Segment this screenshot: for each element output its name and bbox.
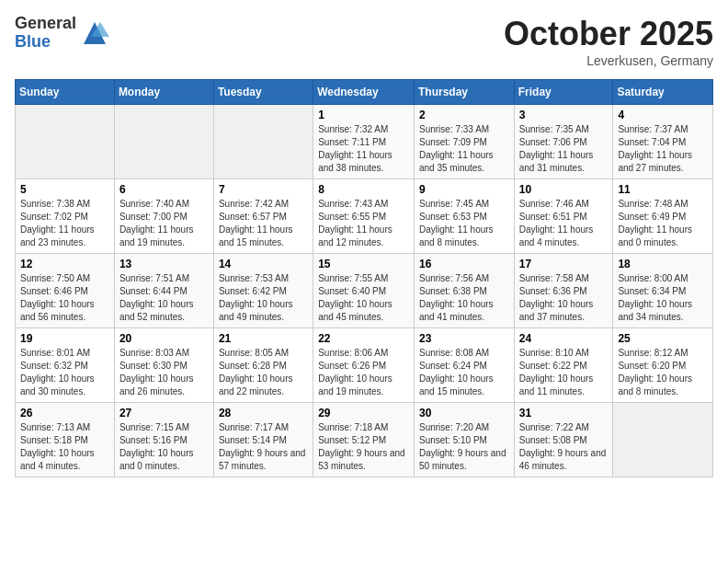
- day-cell: 18Sunrise: 8:00 AM Sunset: 6:34 PM Dayli…: [613, 254, 713, 328]
- day-info: Sunrise: 7:53 AM Sunset: 6:42 PM Dayligh…: [219, 272, 308, 324]
- day-number: 30: [419, 407, 509, 419]
- day-info: Sunrise: 7:56 AM Sunset: 6:38 PM Dayligh…: [419, 272, 509, 324]
- header-cell-sunday: Sunday: [16, 80, 115, 105]
- day-number: 12: [20, 258, 109, 270]
- day-cell: 6Sunrise: 7:40 AM Sunset: 7:00 PM Daylig…: [114, 179, 213, 254]
- day-info: Sunrise: 7:43 AM Sunset: 6:55 PM Dayligh…: [318, 198, 409, 249]
- day-info: Sunrise: 7:48 AM Sunset: 6:49 PM Dayligh…: [618, 198, 708, 249]
- calendar-subtitle: Leverkusen, Germany: [504, 53, 713, 68]
- day-cell: 4Sunrise: 7:37 AM Sunset: 7:04 PM Daylig…: [613, 105, 713, 179]
- day-number: 13: [119, 258, 209, 270]
- day-cell: 26Sunrise: 7:13 AM Sunset: 5:18 PM Dayli…: [16, 403, 115, 477]
- day-number: 8: [318, 183, 409, 196]
- day-cell: 11Sunrise: 7:48 AM Sunset: 6:49 PM Dayli…: [613, 179, 713, 254]
- day-info: Sunrise: 7:45 AM Sunset: 6:53 PM Dayligh…: [419, 198, 509, 249]
- day-cell: 30Sunrise: 7:20 AM Sunset: 5:10 PM Dayli…: [414, 403, 514, 477]
- page-header: General Blue October 2025 Leverkusen, Ge…: [15, 15, 713, 68]
- day-number: 22: [318, 332, 409, 345]
- week-row-3: 12Sunrise: 7:50 AM Sunset: 6:46 PM Dayli…: [16, 254, 713, 328]
- day-info: Sunrise: 8:06 AM Sunset: 6:26 PM Dayligh…: [318, 347, 409, 398]
- day-info: Sunrise: 7:32 AM Sunset: 7:11 PM Dayligh…: [318, 123, 409, 175]
- header-cell-wednesday: Wednesday: [313, 80, 415, 105]
- day-number: 17: [519, 258, 609, 270]
- day-cell: 5Sunrise: 7:38 AM Sunset: 7:02 PM Daylig…: [16, 179, 115, 254]
- day-number: 27: [119, 407, 209, 419]
- day-info: Sunrise: 7:46 AM Sunset: 6:51 PM Dayligh…: [519, 198, 609, 249]
- day-info: Sunrise: 7:20 AM Sunset: 5:10 PM Dayligh…: [419, 421, 509, 473]
- day-number: 20: [119, 332, 209, 345]
- day-number: 23: [419, 332, 509, 345]
- day-number: 16: [419, 258, 509, 270]
- logo-blue-text: Blue: [15, 33, 76, 52]
- day-cell: 23Sunrise: 8:08 AM Sunset: 6:24 PM Dayli…: [414, 328, 514, 403]
- day-cell: 2Sunrise: 7:33 AM Sunset: 7:09 PM Daylig…: [414, 105, 514, 179]
- calendar-table: SundayMondayTuesdayWednesdayThursdayFrid…: [15, 79, 713, 477]
- day-number: 7: [219, 183, 308, 196]
- day-info: Sunrise: 7:17 AM Sunset: 5:14 PM Dayligh…: [219, 421, 308, 473]
- day-cell: 25Sunrise: 8:12 AM Sunset: 6:20 PM Dayli…: [613, 328, 713, 403]
- day-number: 15: [318, 258, 409, 270]
- day-info: Sunrise: 7:22 AM Sunset: 5:08 PM Dayligh…: [519, 421, 609, 473]
- day-info: Sunrise: 7:38 AM Sunset: 7:02 PM Dayligh…: [20, 198, 109, 249]
- day-cell: 3Sunrise: 7:35 AM Sunset: 7:06 PM Daylig…: [514, 105, 613, 179]
- day-info: Sunrise: 8:08 AM Sunset: 6:24 PM Dayligh…: [419, 347, 509, 398]
- header-cell-monday: Monday: [114, 80, 213, 105]
- day-info: Sunrise: 7:40 AM Sunset: 7:00 PM Dayligh…: [119, 198, 209, 249]
- day-number: 26: [20, 407, 109, 419]
- day-number: 3: [519, 109, 609, 121]
- day-cell: 14Sunrise: 7:53 AM Sunset: 6:42 PM Dayli…: [213, 254, 313, 328]
- day-cell: 12Sunrise: 7:50 AM Sunset: 6:46 PM Dayli…: [16, 254, 115, 328]
- day-info: Sunrise: 7:50 AM Sunset: 6:46 PM Dayligh…: [20, 272, 109, 324]
- day-cell: 20Sunrise: 8:03 AM Sunset: 6:30 PM Dayli…: [114, 328, 213, 403]
- header-cell-friday: Friday: [514, 80, 613, 105]
- day-cell: 31Sunrise: 7:22 AM Sunset: 5:08 PM Dayli…: [514, 403, 613, 477]
- day-cell: 22Sunrise: 8:06 AM Sunset: 6:26 PM Dayli…: [313, 328, 415, 403]
- day-number: 11: [618, 183, 708, 196]
- day-cell: 28Sunrise: 7:17 AM Sunset: 5:14 PM Dayli…: [213, 403, 313, 477]
- day-info: Sunrise: 7:55 AM Sunset: 6:40 PM Dayligh…: [318, 272, 409, 324]
- day-info: Sunrise: 7:37 AM Sunset: 7:04 PM Dayligh…: [618, 123, 708, 175]
- day-number: 24: [519, 332, 609, 345]
- day-cell: [16, 105, 115, 179]
- day-cell: 24Sunrise: 8:10 AM Sunset: 6:22 PM Dayli…: [514, 328, 613, 403]
- day-number: 4: [618, 109, 708, 121]
- day-info: Sunrise: 8:03 AM Sunset: 6:30 PM Dayligh…: [119, 347, 209, 398]
- week-row-2: 5Sunrise: 7:38 AM Sunset: 7:02 PM Daylig…: [16, 179, 713, 254]
- day-cell: [213, 105, 313, 179]
- day-cell: 10Sunrise: 7:46 AM Sunset: 6:51 PM Dayli…: [514, 179, 613, 254]
- day-info: Sunrise: 7:13 AM Sunset: 5:18 PM Dayligh…: [20, 421, 109, 473]
- week-row-1: 1Sunrise: 7:32 AM Sunset: 7:11 PM Daylig…: [16, 105, 713, 179]
- day-number: 9: [419, 183, 509, 196]
- day-info: Sunrise: 7:33 AM Sunset: 7:09 PM Dayligh…: [419, 123, 509, 175]
- header-cell-thursday: Thursday: [414, 80, 514, 105]
- day-info: Sunrise: 7:51 AM Sunset: 6:44 PM Dayligh…: [119, 272, 209, 324]
- day-number: 6: [119, 183, 209, 196]
- day-cell: 15Sunrise: 7:55 AM Sunset: 6:40 PM Dayli…: [313, 254, 415, 328]
- day-cell: 7Sunrise: 7:42 AM Sunset: 6:57 PM Daylig…: [213, 179, 313, 254]
- day-info: Sunrise: 7:35 AM Sunset: 7:06 PM Dayligh…: [519, 123, 609, 175]
- logo-icon: [80, 18, 109, 48]
- day-info: Sunrise: 7:18 AM Sunset: 5:12 PM Dayligh…: [318, 421, 409, 473]
- day-info: Sunrise: 7:58 AM Sunset: 6:36 PM Dayligh…: [519, 272, 609, 324]
- logo-general-text: General: [15, 15, 76, 33]
- day-cell: [114, 105, 213, 179]
- day-number: 10: [519, 183, 609, 196]
- day-number: 21: [219, 332, 308, 345]
- day-cell: 27Sunrise: 7:15 AM Sunset: 5:16 PM Dayli…: [114, 403, 213, 477]
- header-cell-saturday: Saturday: [613, 80, 713, 105]
- day-number: 18: [618, 258, 708, 270]
- logo: General Blue: [15, 15, 109, 52]
- day-cell: 16Sunrise: 7:56 AM Sunset: 6:38 PM Dayli…: [414, 254, 514, 328]
- day-cell: [613, 403, 713, 477]
- header-row: SundayMondayTuesdayWednesdayThursdayFrid…: [16, 80, 713, 105]
- day-number: 28: [219, 407, 308, 419]
- day-cell: 1Sunrise: 7:32 AM Sunset: 7:11 PM Daylig…: [313, 105, 415, 179]
- day-number: 14: [219, 258, 308, 270]
- day-info: Sunrise: 8:12 AM Sunset: 6:20 PM Dayligh…: [618, 347, 708, 398]
- day-number: 31: [519, 407, 609, 419]
- day-number: 19: [20, 332, 109, 345]
- day-number: 2: [419, 109, 509, 121]
- week-row-4: 19Sunrise: 8:01 AM Sunset: 6:32 PM Dayli…: [16, 328, 713, 403]
- day-cell: 29Sunrise: 7:18 AM Sunset: 5:12 PM Dayli…: [313, 403, 415, 477]
- day-info: Sunrise: 8:05 AM Sunset: 6:28 PM Dayligh…: [219, 347, 308, 398]
